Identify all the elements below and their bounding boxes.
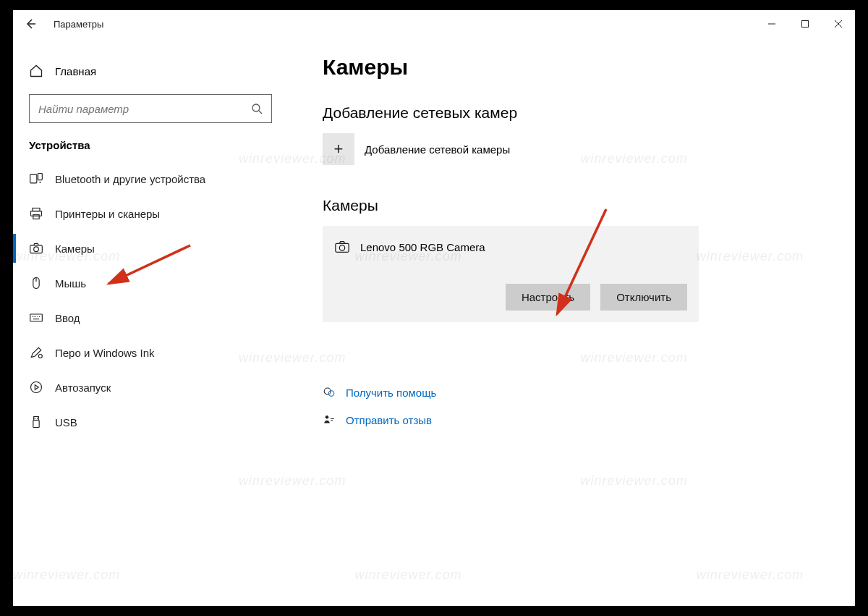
svg-point-1 bbox=[252, 104, 260, 111]
camera-icon bbox=[29, 241, 43, 256]
titlebar: Параметры bbox=[13, 10, 855, 38]
feedback-link[interactable]: Отправить отзыв bbox=[323, 406, 835, 434]
close-button[interactable] bbox=[822, 10, 855, 38]
sidebar-item-printers[interactable]: Принтеры и сканеры bbox=[13, 196, 288, 231]
sidebar-item-label: Камеры bbox=[55, 242, 95, 255]
sidebar-item-mouse[interactable]: Мышь bbox=[13, 266, 288, 300]
pen-icon bbox=[29, 345, 43, 360]
feedback-icon bbox=[323, 413, 336, 426]
svg-point-4 bbox=[39, 182, 41, 183]
maximize-button[interactable] bbox=[788, 10, 822, 38]
mouse-icon bbox=[29, 276, 43, 290]
sidebar-item-label: Bluetooth и другие устройства bbox=[55, 173, 205, 185]
sidebar-item-label: Принтеры и сканеры bbox=[55, 208, 160, 220]
sidebar-item-label: Мышь bbox=[55, 277, 86, 290]
svg-rect-6 bbox=[31, 211, 42, 216]
search-box[interactable] bbox=[29, 94, 272, 123]
camera-device-card[interactable]: Lenovo 500 RGB Camera Настроить Отключит… bbox=[323, 226, 699, 322]
help-icon bbox=[323, 386, 336, 399]
sidebar-section-label: Устройства bbox=[13, 123, 288, 161]
bluetooth-devices-icon bbox=[29, 172, 43, 186]
get-help-link[interactable]: Получить помощь bbox=[323, 379, 835, 406]
printer-icon bbox=[29, 206, 43, 221]
search-input[interactable] bbox=[38, 103, 251, 115]
disable-button[interactable]: Отключить bbox=[600, 284, 687, 311]
usb-icon bbox=[29, 415, 43, 429]
window-title: Параметры bbox=[54, 19, 103, 30]
minimize-icon bbox=[767, 20, 776, 28]
svg-rect-2 bbox=[30, 174, 37, 183]
sidebar-item-pen[interactable]: Перо и Windows Ink bbox=[13, 335, 288, 370]
sidebar-item-bluetooth[interactable]: Bluetooth и другие устройства bbox=[13, 161, 288, 196]
content-pane: Камеры Добавление сетевых камер + Добавл… bbox=[288, 38, 855, 606]
svg-point-20 bbox=[326, 415, 329, 419]
cameras-list-heading: Камеры bbox=[323, 197, 835, 214]
sidebar-item-label: Автозапуск bbox=[55, 381, 111, 394]
camera-icon bbox=[334, 239, 350, 255]
home-link[interactable]: Главная bbox=[13, 55, 288, 87]
svg-rect-7 bbox=[33, 215, 39, 219]
svg-point-12 bbox=[38, 355, 42, 358]
svg-rect-11 bbox=[30, 314, 43, 321]
close-icon bbox=[834, 20, 843, 28]
svg-rect-14 bbox=[34, 417, 39, 421]
autoplay-icon bbox=[29, 380, 43, 395]
sidebar-item-usb[interactable]: USB bbox=[13, 405, 288, 439]
sidebar-item-label: USB bbox=[55, 416, 77, 429]
sidebar-item-autoplay[interactable]: Автозапуск bbox=[13, 370, 288, 405]
keyboard-icon bbox=[29, 311, 43, 325]
svg-rect-15 bbox=[33, 421, 39, 428]
svg-rect-0 bbox=[802, 21, 809, 28]
sidebar-item-label: Перо и Windows Ink bbox=[55, 347, 155, 359]
svg-rect-3 bbox=[38, 174, 43, 180]
sidebar-item-label: Ввод bbox=[55, 312, 80, 324]
camera-device-name: Lenovo 500 RGB Camera bbox=[360, 241, 485, 253]
svg-rect-5 bbox=[33, 208, 40, 211]
add-network-camera-label: Добавление сетевой камеры bbox=[365, 143, 510, 156]
configure-button[interactable]: Настроить bbox=[506, 284, 590, 311]
sidebar: Главная Устройства Bluetooth и другие ус… bbox=[13, 38, 288, 606]
plus-icon: + bbox=[323, 133, 354, 165]
maximize-icon bbox=[801, 20, 809, 28]
settings-window: Параметры Главная Устройства Bluetoo bbox=[13, 10, 855, 606]
minimize-button[interactable] bbox=[755, 10, 788, 38]
add-network-camera-button[interactable]: + Добавление сетевой камеры bbox=[323, 133, 835, 165]
help-links: Получить помощь Отправить отзыв bbox=[323, 379, 835, 434]
add-network-cameras-heading: Добавление сетевых камер bbox=[323, 104, 835, 122]
page-title: Камеры bbox=[323, 55, 835, 80]
feedback-label: Отправить отзыв bbox=[346, 414, 432, 426]
window-controls bbox=[755, 10, 855, 38]
back-button[interactable] bbox=[13, 10, 48, 38]
search-icon bbox=[251, 103, 263, 114]
svg-point-17 bbox=[339, 245, 344, 250]
arrow-left-icon bbox=[25, 18, 36, 30]
home-label: Главная bbox=[55, 65, 96, 77]
sidebar-item-cameras[interactable]: Камеры bbox=[13, 231, 288, 266]
svg-point-13 bbox=[31, 382, 42, 393]
get-help-label: Получить помощь bbox=[346, 387, 436, 399]
svg-point-9 bbox=[34, 247, 39, 252]
sidebar-item-typing[interactable]: Ввод bbox=[13, 300, 288, 335]
home-icon bbox=[29, 64, 43, 78]
